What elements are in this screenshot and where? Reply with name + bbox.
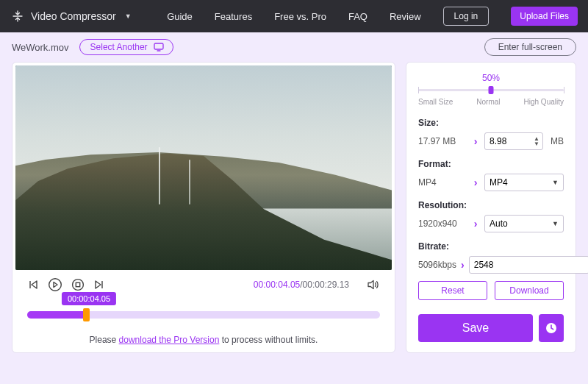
size-value: 8.98 (490, 136, 506, 146)
svg-point-4 (73, 280, 84, 291)
size-original: 17.97 MB (418, 136, 467, 146)
format-original: MP4 (418, 177, 467, 188)
clock-icon (545, 321, 558, 335)
quality-thumb[interactable] (489, 86, 494, 94)
nav-guide[interactable]: Guide (167, 11, 193, 22)
nav-faq[interactable]: FAQ (348, 11, 368, 22)
nav-review[interactable]: Review (390, 11, 421, 22)
step-forward-icon[interactable] (93, 279, 105, 291)
quality-percent: 50% (418, 73, 564, 83)
pro-version-link[interactable]: download the Pro Version (119, 335, 220, 345)
nav-fvp[interactable]: Free vs. Pro (274, 11, 326, 22)
pro-note: Please download the Pro Version to proce… (15, 335, 392, 345)
select-another-label: Select Another (90, 42, 148, 52)
seek-fill (27, 311, 86, 319)
resolution-select[interactable]: Auto ▼ (484, 215, 564, 232)
seek-bar[interactable]: 00:00:04.05 (27, 305, 380, 321)
caret-down-icon: ▼ (552, 179, 559, 186)
volume-icon[interactable] (367, 279, 380, 291)
select-another-button[interactable]: Select Another (79, 39, 173, 55)
brand-menu[interactable]: Video Compressor ▼ (12, 10, 132, 22)
resolution-original: 1920x940 (418, 218, 467, 229)
player-controls: 00:00:04.05/00:00:29.13 (15, 270, 392, 292)
filename: WeWork.mov (12, 42, 69, 53)
seek-thumb[interactable] (83, 308, 90, 321)
size-unit: MB (551, 136, 564, 146)
brand-title: Video Compressor (31, 10, 116, 22)
svg-rect-5 (76, 282, 79, 286)
download-button[interactable]: Download (495, 281, 564, 300)
arrow-right-icon: › (471, 135, 480, 147)
history-button[interactable] (539, 314, 564, 342)
caret-down-icon: ▼ (552, 220, 559, 227)
player-panel: 00:00:04.05/00:00:29.13 00:00:04.05 Plea… (12, 62, 395, 353)
time-display: 00:00:04.05/00:00:29.13 (254, 280, 349, 290)
play-icon[interactable] (48, 277, 62, 292)
video-canvas[interactable] (15, 65, 392, 270)
sub-bar: WeWork.mov Select Another Enter full-scr… (0, 32, 588, 59)
format-select[interactable]: MP4 ▼ (484, 174, 564, 191)
save-button[interactable]: Save (418, 314, 533, 342)
resolution-label: Resolution: (418, 200, 564, 210)
reset-button[interactable]: Reset (418, 281, 487, 300)
step-back-icon[interactable] (27, 279, 39, 291)
arrow-right-icon: › (471, 218, 480, 230)
stop-icon[interactable] (71, 278, 85, 291)
arrow-right-icon: › (461, 259, 465, 271)
caret-down-icon: ▼ (125, 13, 132, 20)
size-stepper[interactable]: ▲▼ (534, 136, 539, 146)
nav-features[interactable]: Features (215, 11, 252, 22)
bitrate-label: Bitrate: (418, 241, 564, 252)
total-time: 00:00:29.13 (303, 280, 349, 290)
settings-panel: 50% Small Size Normal High Quality Size:… (406, 62, 576, 353)
current-time: 00:00:04.05 (254, 280, 300, 290)
compress-icon (12, 10, 24, 22)
format-value: MP4 (490, 177, 508, 188)
svg-point-3 (49, 279, 62, 291)
seek-tooltip: 00:00:04.05 (62, 292, 116, 305)
bitrate-input[interactable] (469, 256, 588, 274)
top-bar: Video Compressor ▼ Guide Features Free v… (0, 0, 588, 32)
main: 00:00:04.05/00:00:29.13 00:00:04.05 Plea… (0, 59, 588, 362)
top-nav: Guide Features Free vs. Pro FAQ Review L… (167, 7, 578, 26)
resolution-value: Auto (490, 218, 508, 229)
arrow-right-icon: › (471, 177, 480, 188)
quality-labels: Small Size Normal High Quality (418, 98, 564, 106)
svg-rect-1 (154, 43, 163, 49)
upload-button[interactable]: Upload Files (511, 7, 578, 26)
bitrate-original: 5096kbps (418, 260, 456, 270)
monitor-icon (154, 43, 164, 51)
login-button[interactable]: Log in (443, 7, 490, 26)
size-input[interactable]: 8.98 ▲▼ (484, 132, 543, 150)
quality-slider[interactable] (418, 85, 564, 95)
enter-fullscreen-button[interactable]: Enter full-screen (484, 38, 576, 56)
format-label: Format: (418, 159, 564, 169)
size-label: Size: (418, 118, 564, 128)
